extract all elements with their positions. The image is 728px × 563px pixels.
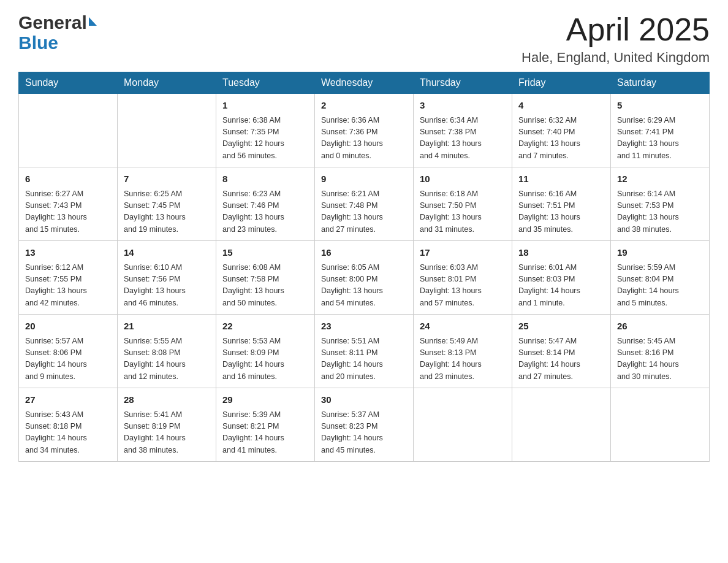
calendar-day-cell: 17Sunrise: 6:03 AM Sunset: 8:01 PM Dayli… xyxy=(414,241,512,315)
day-number: 20 xyxy=(25,320,111,334)
calendar-day-cell: 4Sunrise: 6:32 AM Sunset: 7:40 PM Daylig… xyxy=(512,94,611,167)
day-info: Sunrise: 6:14 AM Sunset: 7:53 PM Dayligh… xyxy=(617,188,703,236)
calendar-day-cell: 11Sunrise: 6:16 AM Sunset: 7:51 PM Dayli… xyxy=(512,167,611,241)
day-number: 24 xyxy=(420,320,506,334)
calendar-week-row: 13Sunrise: 6:12 AM Sunset: 7:55 PM Dayli… xyxy=(19,241,710,315)
calendar-table: SundayMondayTuesdayWednesdayThursdayFrid… xyxy=(18,72,710,462)
day-of-week-header: Saturday xyxy=(611,72,710,94)
day-info: Sunrise: 6:36 AM Sunset: 7:36 PM Dayligh… xyxy=(321,115,407,163)
calendar-day-cell: 24Sunrise: 5:49 AM Sunset: 8:13 PM Dayli… xyxy=(414,315,512,388)
day-number: 21 xyxy=(124,320,210,334)
calendar-day-cell: 25Sunrise: 5:47 AM Sunset: 8:14 PM Dayli… xyxy=(512,315,611,388)
calendar-day-cell: 20Sunrise: 5:57 AM Sunset: 8:06 PM Dayli… xyxy=(19,315,118,388)
day-number: 5 xyxy=(617,99,703,113)
day-of-week-header: Thursday xyxy=(414,72,512,94)
day-info: Sunrise: 6:23 AM Sunset: 7:46 PM Dayligh… xyxy=(222,188,308,236)
day-info: Sunrise: 5:45 AM Sunset: 8:16 PM Dayligh… xyxy=(617,335,703,383)
day-number: 19 xyxy=(617,246,703,260)
calendar-day-cell: 16Sunrise: 6:05 AM Sunset: 8:00 PM Dayli… xyxy=(315,241,414,315)
day-number: 2 xyxy=(321,99,407,113)
calendar-day-cell xyxy=(512,388,611,462)
location-title: Hale, England, United Kingdom xyxy=(521,50,710,66)
calendar-day-cell: 9Sunrise: 6:21 AM Sunset: 7:48 PM Daylig… xyxy=(315,167,414,241)
day-number: 15 xyxy=(222,246,308,260)
day-number: 25 xyxy=(518,320,604,334)
day-info: Sunrise: 5:53 AM Sunset: 8:09 PM Dayligh… xyxy=(222,335,308,383)
title-block: April 2025 Hale, England, United Kingdom xyxy=(521,12,710,66)
day-number: 13 xyxy=(25,246,111,260)
day-number: 23 xyxy=(321,320,407,334)
day-info: Sunrise: 6:03 AM Sunset: 8:01 PM Dayligh… xyxy=(420,262,506,310)
calendar-day-cell: 13Sunrise: 6:12 AM Sunset: 7:55 PM Dayli… xyxy=(19,241,118,315)
calendar-day-cell: 21Sunrise: 5:55 AM Sunset: 8:08 PM Dayli… xyxy=(118,315,216,388)
day-number: 1 xyxy=(222,99,308,113)
day-of-week-header: Monday xyxy=(118,72,216,94)
day-info: Sunrise: 6:32 AM Sunset: 7:40 PM Dayligh… xyxy=(518,115,604,163)
day-number: 3 xyxy=(420,99,506,113)
day-info: Sunrise: 5:51 AM Sunset: 8:11 PM Dayligh… xyxy=(321,335,407,383)
calendar-day-cell: 6Sunrise: 6:27 AM Sunset: 7:43 PM Daylig… xyxy=(19,167,118,241)
calendar-day-cell: 18Sunrise: 6:01 AM Sunset: 8:03 PM Dayli… xyxy=(512,241,611,315)
day-number: 14 xyxy=(124,246,210,260)
day-info: Sunrise: 6:34 AM Sunset: 7:38 PM Dayligh… xyxy=(420,115,506,163)
logo-general: General xyxy=(18,12,87,33)
day-info: Sunrise: 6:05 AM Sunset: 8:00 PM Dayligh… xyxy=(321,262,407,310)
calendar-day-cell xyxy=(19,94,118,167)
calendar-day-cell: 26Sunrise: 5:45 AM Sunset: 8:16 PM Dayli… xyxy=(611,315,710,388)
calendar-day-cell xyxy=(611,388,710,462)
day-number: 9 xyxy=(321,172,407,186)
calendar-day-cell: 14Sunrise: 6:10 AM Sunset: 7:56 PM Dayli… xyxy=(118,241,216,315)
calendar-day-cell: 2Sunrise: 6:36 AM Sunset: 7:36 PM Daylig… xyxy=(315,94,414,167)
calendar-day-cell: 12Sunrise: 6:14 AM Sunset: 7:53 PM Dayli… xyxy=(611,167,710,241)
day-number: 8 xyxy=(222,172,308,186)
calendar-day-cell xyxy=(118,94,216,167)
day-info: Sunrise: 5:59 AM Sunset: 8:04 PM Dayligh… xyxy=(617,262,703,310)
day-info: Sunrise: 5:57 AM Sunset: 8:06 PM Dayligh… xyxy=(25,335,111,383)
day-info: Sunrise: 5:37 AM Sunset: 8:23 PM Dayligh… xyxy=(321,409,407,457)
calendar-day-cell: 3Sunrise: 6:34 AM Sunset: 7:38 PM Daylig… xyxy=(414,94,512,167)
calendar-day-cell: 7Sunrise: 6:25 AM Sunset: 7:45 PM Daylig… xyxy=(118,167,216,241)
day-info: Sunrise: 5:41 AM Sunset: 8:19 PM Dayligh… xyxy=(124,409,210,457)
calendar-day-cell: 30Sunrise: 5:37 AM Sunset: 8:23 PM Dayli… xyxy=(315,388,414,462)
day-of-week-header: Tuesday xyxy=(216,72,315,94)
calendar-day-cell: 27Sunrise: 5:43 AM Sunset: 8:18 PM Dayli… xyxy=(19,388,118,462)
calendar-week-row: 27Sunrise: 5:43 AM Sunset: 8:18 PM Dayli… xyxy=(19,388,710,462)
calendar-day-cell: 19Sunrise: 5:59 AM Sunset: 8:04 PM Dayli… xyxy=(611,241,710,315)
day-number: 10 xyxy=(420,172,506,186)
day-info: Sunrise: 5:55 AM Sunset: 8:08 PM Dayligh… xyxy=(124,335,210,383)
calendar-day-cell: 28Sunrise: 5:41 AM Sunset: 8:19 PM Dayli… xyxy=(118,388,216,462)
day-number: 29 xyxy=(222,393,308,407)
calendar-day-cell: 29Sunrise: 5:39 AM Sunset: 8:21 PM Dayli… xyxy=(216,388,315,462)
calendar-day-cell: 1Sunrise: 6:38 AM Sunset: 7:35 PM Daylig… xyxy=(216,94,315,167)
day-of-week-header: Wednesday xyxy=(315,72,414,94)
day-number: 11 xyxy=(518,172,604,186)
day-info: Sunrise: 6:38 AM Sunset: 7:35 PM Dayligh… xyxy=(222,115,308,163)
logo: General Blue xyxy=(18,12,97,53)
day-info: Sunrise: 6:21 AM Sunset: 7:48 PM Dayligh… xyxy=(321,188,407,236)
day-info: Sunrise: 5:39 AM Sunset: 8:21 PM Dayligh… xyxy=(222,409,308,457)
day-number: 30 xyxy=(321,393,407,407)
calendar-day-cell: 15Sunrise: 6:08 AM Sunset: 7:58 PM Dayli… xyxy=(216,241,315,315)
day-number: 18 xyxy=(518,246,604,260)
calendar-day-cell xyxy=(414,388,512,462)
calendar-day-cell: 5Sunrise: 6:29 AM Sunset: 7:41 PM Daylig… xyxy=(611,94,710,167)
day-info: Sunrise: 6:12 AM Sunset: 7:55 PM Dayligh… xyxy=(25,262,111,310)
day-info: Sunrise: 6:27 AM Sunset: 7:43 PM Dayligh… xyxy=(25,188,111,236)
day-info: Sunrise: 5:49 AM Sunset: 8:13 PM Dayligh… xyxy=(420,335,506,383)
day-number: 28 xyxy=(124,393,210,407)
logo-arrow-icon xyxy=(89,17,97,26)
day-of-week-header: Sunday xyxy=(19,72,118,94)
calendar-day-cell: 22Sunrise: 5:53 AM Sunset: 8:09 PM Dayli… xyxy=(216,315,315,388)
day-info: Sunrise: 6:01 AM Sunset: 8:03 PM Dayligh… xyxy=(518,262,604,310)
day-number: 6 xyxy=(25,172,111,186)
calendar-day-cell: 8Sunrise: 6:23 AM Sunset: 7:46 PM Daylig… xyxy=(216,167,315,241)
day-number: 12 xyxy=(617,172,703,186)
calendar-header-row: SundayMondayTuesdayWednesdayThursdayFrid… xyxy=(19,72,710,94)
month-title: April 2025 xyxy=(521,12,710,47)
day-info: Sunrise: 5:43 AM Sunset: 8:18 PM Dayligh… xyxy=(25,409,111,457)
day-number: 7 xyxy=(124,172,210,186)
day-info: Sunrise: 6:10 AM Sunset: 7:56 PM Dayligh… xyxy=(124,262,210,310)
calendar-week-row: 6Sunrise: 6:27 AM Sunset: 7:43 PM Daylig… xyxy=(19,167,710,241)
day-number: 27 xyxy=(25,393,111,407)
day-info: Sunrise: 5:47 AM Sunset: 8:14 PM Dayligh… xyxy=(518,335,604,383)
